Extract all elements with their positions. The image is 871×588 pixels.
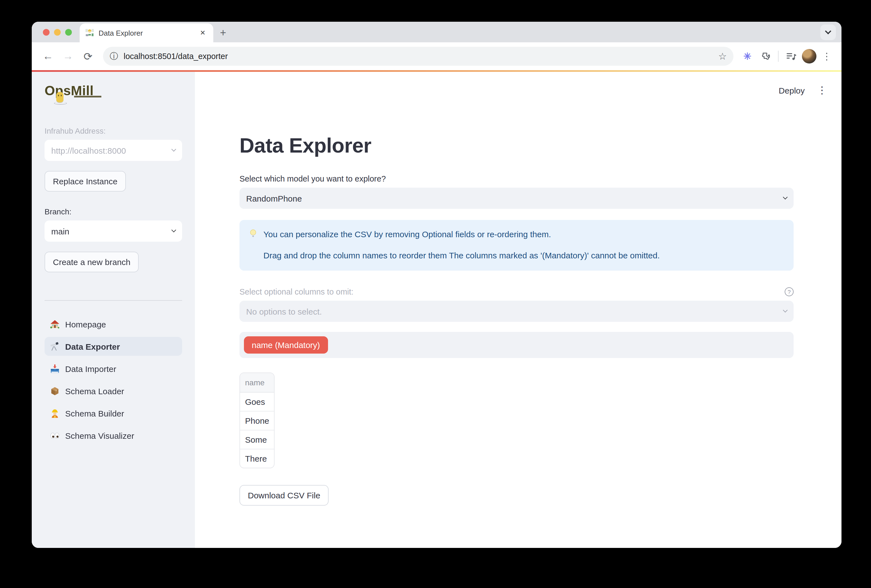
extensions-puzzle-icon[interactable] (758, 49, 772, 63)
column-order-strip: name (Mandatory) (239, 332, 793, 358)
info-box: You can personalize the CSV by removing … (239, 220, 793, 271)
construction-worker-icon (50, 408, 60, 418)
address-bar[interactable]: ⓘ localhost:8501/data_exporter ☆ (103, 47, 733, 66)
house-icon (50, 319, 60, 329)
chevron-down-icon (783, 308, 788, 313)
help-icon[interactable]: ? (785, 287, 793, 296)
replace-instance-button[interactable]: Replace Instance (45, 171, 126, 192)
logo-tagline (74, 96, 101, 97)
table-row: There (240, 449, 274, 468)
back-button[interactable]: ← (40, 50, 56, 62)
chevron-down-icon (172, 147, 176, 152)
sidebar-item-data-importer[interactable]: Data Importer (45, 359, 182, 378)
sidebar-item-label: Schema Visualizer (65, 431, 134, 440)
tab-strip: Data Explorer ✕ + (32, 22, 841, 42)
info-line-1: You can personalize the CSV by removing … (263, 229, 551, 239)
mascot-icon (56, 92, 63, 102)
extension-asterisk-icon[interactable]: ✳ (740, 49, 754, 63)
favicon-person-at-laptop-icon (85, 28, 94, 37)
table-row: Phone (240, 411, 274, 431)
eyes-icon (50, 431, 60, 440)
browser-tab[interactable]: Data Explorer ✕ (79, 23, 213, 42)
info-line-2: Drag and drop the column names to reorde… (263, 251, 785, 260)
branch-value: main (51, 226, 172, 236)
chevron-down-icon (783, 195, 788, 200)
mandatory-column-pill[interactable]: name (Mandatory) (244, 336, 328, 353)
inbox-arrow-icon (50, 364, 60, 373)
tab-title: Data Explorer (99, 29, 193, 37)
omit-columns-value: No options to select. (246, 307, 784, 316)
app-area: OpsMill Infrahub Address: http://localho… (32, 72, 841, 548)
chevron-down-icon (172, 228, 176, 232)
sidebar-item-label: Data Importer (65, 364, 116, 373)
omit-columns-select[interactable]: No options to select. (239, 301, 793, 322)
sidebar-item-schema-builder[interactable]: Schema Builder (45, 404, 182, 423)
table-row: Some (240, 431, 274, 449)
desktop: Data Explorer ✕ + ← → ⟳ ⓘ localhost:8501… (0, 0, 871, 588)
model-select-label: Select which model you want to explore? (239, 174, 793, 183)
table-header-cell: name (240, 373, 274, 392)
chevron-down-icon (825, 28, 831, 34)
traffic-lights (43, 29, 72, 36)
sidebar-item-label: Data Exporter (65, 342, 120, 351)
url-text[interactable]: localhost:8501/data_exporter (124, 52, 713, 61)
table-row: Goes (240, 392, 274, 411)
telescope-icon (50, 342, 60, 351)
close-window-button[interactable] (43, 29, 49, 36)
package-icon (50, 386, 60, 396)
opsmill-logo: OpsMill (45, 83, 182, 104)
forward-button[interactable]: → (60, 50, 76, 62)
preview-table: name Goes Phone Some There (239, 373, 275, 468)
media-controls-icon[interactable] (784, 49, 799, 63)
branch-label: Branch: (45, 207, 182, 216)
branch-select[interactable]: main (45, 220, 182, 242)
infrahub-address-label: Infrahub Address: (45, 126, 182, 135)
lightbulb-icon (248, 229, 258, 238)
tab-search-button[interactable] (820, 24, 836, 40)
sidebar-item-schema-visualizer[interactable]: Schema Visualizer (45, 426, 182, 445)
zoom-window-button[interactable] (65, 29, 72, 36)
sidebar: OpsMill Infrahub Address: http://localho… (32, 72, 195, 548)
model-select[interactable]: RandomPhone (239, 188, 793, 209)
bookmark-star-icon[interactable]: ☆ (718, 50, 727, 62)
reload-button[interactable]: ⟳ (79, 50, 96, 63)
create-branch-button[interactable]: Create a new branch (45, 252, 139, 272)
browser-toolbar: ← → ⟳ ⓘ localhost:8501/data_exporter ☆ ✳ (32, 42, 841, 70)
infrahub-address-value: http://localhost:8000 (51, 146, 172, 155)
app-header: Deploy ⋮ (779, 84, 827, 96)
app-menu-icon[interactable]: ⋮ (817, 84, 827, 96)
toolbar-divider (778, 51, 778, 62)
sidebar-item-data-exporter[interactable]: Data Exporter (45, 337, 182, 356)
sidebar-nav: Homepage Data Exporter (45, 314, 182, 445)
download-csv-button[interactable]: Download CSV File (239, 485, 329, 506)
sidebar-item-homepage[interactable]: Homepage (45, 314, 182, 334)
sidebar-divider (45, 300, 182, 301)
omit-columns-label: Select optional columns to omit: (239, 287, 353, 296)
deploy-button[interactable]: Deploy (779, 85, 805, 95)
browser-menu-icon[interactable]: ⋮ (820, 50, 834, 62)
sidebar-item-label: Schema Loader (65, 386, 124, 396)
new-tab-button[interactable]: + (220, 27, 226, 39)
model-select-value: RandomPhone (246, 193, 784, 203)
profile-avatar[interactable] (802, 49, 816, 63)
page-title: Data Explorer (239, 134, 793, 157)
sidebar-item-label: Schema Builder (65, 408, 124, 418)
sidebar-item-schema-loader[interactable]: Schema Loader (45, 382, 182, 400)
sidebar-item-label: Homepage (65, 319, 106, 329)
infrahub-address-select[interactable]: http://localhost:8000 (45, 140, 182, 161)
main-content: Deploy ⋮ Data Explorer Select which mode… (195, 72, 841, 548)
tab-close-icon[interactable]: ✕ (198, 28, 208, 38)
browser-window: Data Explorer ✕ + ← → ⟳ ⓘ localhost:8501… (32, 22, 841, 548)
site-info-icon[interactable]: ⓘ (110, 51, 118, 61)
minimize-window-button[interactable] (54, 29, 61, 36)
